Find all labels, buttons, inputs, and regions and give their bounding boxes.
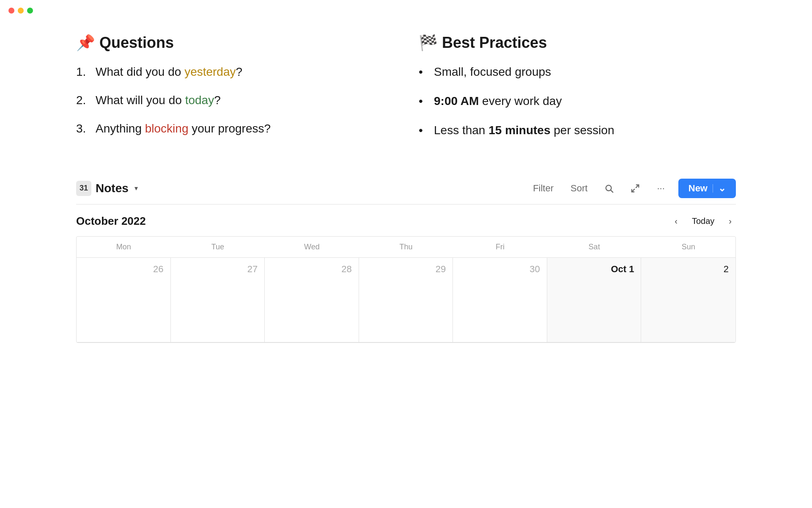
question-2: What will you do today? — [76, 92, 393, 108]
calendar-cell-sep27[interactable]: 27 — [171, 258, 265, 342]
pushpin-icon: 📌 — [76, 34, 95, 52]
cell-date-2: 2 — [648, 264, 729, 275]
search-button[interactable] — [601, 181, 617, 196]
notes-chevron-icon[interactable]: ▾ — [134, 184, 138, 192]
calendar-week-1: 26 27 28 29 30 Oct 1 2 — [77, 258, 735, 342]
sort-label: Sort — [571, 183, 587, 194]
calendar-cell-sep30[interactable]: 30 — [453, 258, 547, 342]
calendar-navigation: ‹ Today › — [670, 214, 736, 229]
practice-2: 9:00 AM every work day — [419, 93, 736, 109]
question-1: What did you do yesterday? — [76, 64, 393, 80]
questions-list: What did you do yesterday? What will you… — [76, 64, 393, 137]
practice-1-text: Small, focused groups — [434, 64, 551, 80]
day-header-sat: Sat — [547, 237, 642, 257]
minimize-button[interactable] — [18, 8, 24, 14]
more-options-button[interactable]: ··· — [653, 180, 668, 196]
question-3-text: Anything blocking your progress? — [96, 120, 271, 137]
questions-title: 📌 Questions — [76, 34, 393, 52]
calendar-section: October 2022 ‹ Today › Mon Tue Wed Thu F… — [76, 204, 736, 343]
question-1-text: What did you do yesterday? — [96, 64, 242, 80]
notes-label: Notes — [96, 182, 129, 195]
calendar-cell-sep28[interactable]: 28 — [265, 258, 359, 342]
day-header-fri: Fri — [453, 237, 547, 257]
new-label: New — [689, 183, 708, 194]
more-icon: ··· — [657, 183, 664, 194]
maximize-button[interactable] — [27, 8, 33, 14]
calendar-header: October 2022 ‹ Today › — [76, 204, 736, 236]
questions-section: 📌 Questions What did you do yesterday? W… — [76, 34, 393, 152]
cell-date-oct1: Oct 1 — [554, 264, 634, 275]
practices-list: Small, focused groups 9:00 AM every work… — [419, 64, 736, 139]
next-icon: › — [729, 216, 732, 226]
day-header-wed: Wed — [265, 237, 359, 257]
day-header-sun: Sun — [641, 237, 735, 257]
practice-1: Small, focused groups — [419, 64, 736, 80]
calendar-cell-oct2[interactable]: 2 — [641, 258, 735, 342]
new-button[interactable]: New ⌄ — [678, 179, 736, 198]
window-controls — [0, 0, 41, 21]
day-header-tue: Tue — [171, 237, 265, 257]
prev-month-button[interactable]: ‹ — [670, 214, 682, 229]
today-highlight: today — [185, 94, 214, 107]
best-practices-title: 🏁 Best Practices — [419, 34, 736, 52]
calendar-cell-sep26[interactable]: 26 — [77, 258, 171, 342]
today-button[interactable]: Today — [686, 214, 720, 229]
practice-3: Less than 15 minutes per session — [419, 122, 736, 138]
cell-date-30: 30 — [460, 264, 540, 275]
cell-date-26: 26 — [83, 264, 164, 275]
new-chevron-icon: ⌄ — [718, 183, 726, 194]
sort-button[interactable]: Sort — [567, 180, 591, 196]
search-icon — [604, 184, 614, 193]
svg-line-1 — [611, 190, 613, 192]
notes-calendar-icon: 31 — [76, 181, 91, 196]
next-month-button[interactable]: › — [724, 214, 736, 229]
calendar-cell-sep29[interactable]: 29 — [359, 258, 453, 342]
cell-date-28: 28 — [272, 264, 352, 275]
new-btn-divider — [713, 184, 713, 193]
calendar-cell-oct1[interactable]: Oct 1 — [547, 258, 642, 342]
expand-icon — [631, 184, 640, 193]
filter-label: Filter — [533, 183, 554, 194]
toolbar-actions: Filter Sort ··· — [529, 179, 736, 198]
day-header-mon: Mon — [77, 237, 171, 257]
prev-icon: ‹ — [675, 216, 678, 226]
notes-title-area[interactable]: 31 Notes ▾ — [76, 181, 138, 196]
calendar-month-year: October 2022 — [76, 215, 146, 228]
practice-3-text: Less than 15 minutes per session — [434, 122, 614, 138]
notes-toolbar: 31 Notes ▾ Filter Sort — [76, 173, 736, 204]
blocking-highlight: blocking — [145, 122, 189, 135]
close-button[interactable] — [8, 8, 14, 14]
checkered-flag-icon: 🏁 — [419, 34, 438, 52]
calendar-days-header: Mon Tue Wed Thu Fri Sat Sun — [77, 237, 735, 258]
cell-date-27: 27 — [178, 264, 258, 275]
best-practices-section: 🏁 Best Practices Small, focused groups 9… — [419, 34, 736, 152]
calendar-grid: Mon Tue Wed Thu Fri Sat Sun 26 27 28 — [76, 236, 736, 343]
question-2-text: What will you do today? — [96, 92, 221, 108]
day-header-thu: Thu — [359, 237, 453, 257]
expand-button[interactable] — [627, 181, 643, 196]
yesterday-highlight: yesterday — [184, 65, 236, 78]
question-3: Anything blocking your progress? — [76, 120, 393, 137]
practice-2-text: 9:00 AM every work day — [434, 93, 562, 109]
cell-date-29: 29 — [366, 264, 446, 275]
filter-button[interactable]: Filter — [529, 180, 557, 196]
